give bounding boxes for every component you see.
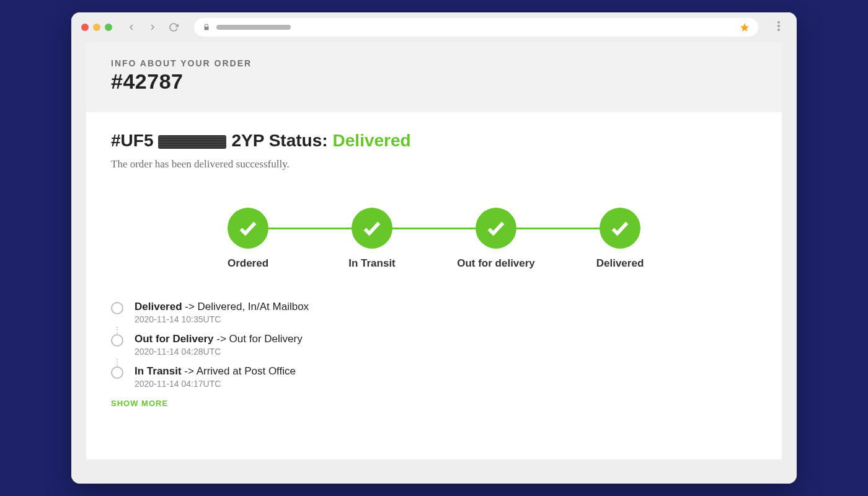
browser-chrome	[71, 12, 797, 42]
bookmark-star-icon[interactable]	[740, 22, 750, 32]
close-window-icon[interactable]	[81, 24, 89, 31]
browser-menu-button[interactable]	[771, 21, 787, 33]
step-ordered: Ordered	[211, 208, 285, 270]
tracking-prefix: #UF5	[111, 131, 153, 151]
step-label: Ordered	[228, 257, 268, 270]
tracking-timeline: Delivered -> Delivered, In/At Mailbox 20…	[111, 301, 757, 389]
step-out-for-delivery: Out for delivery	[459, 208, 533, 270]
url-placeholder	[216, 25, 291, 30]
redacted-tracking-segment	[158, 135, 226, 149]
tracking-suffix: 2YP Status:	[231, 131, 327, 151]
content-card: #UF52YP Status: Delivered The order has …	[86, 112, 782, 459]
svg-point-1	[777, 25, 780, 27]
reload-button[interactable]	[166, 19, 182, 35]
maximize-window-icon[interactable]	[105, 24, 112, 31]
order-header: INFO ABOUT YOUR ORDER #42787	[86, 42, 782, 112]
svg-point-2	[777, 29, 780, 31]
timeline-time: 2020-11-14 04:28UTC	[135, 347, 303, 356]
page-body: INFO ABOUT YOUR ORDER #42787 #UF52YP Sta…	[71, 42, 797, 484]
step-label: In Transit	[348, 257, 396, 270]
check-icon	[228, 208, 268, 249]
timeline-connector: ⋮	[111, 328, 123, 332]
check-icon	[600, 208, 640, 249]
check-icon	[352, 208, 392, 249]
back-button[interactable]	[123, 19, 140, 35]
check-icon	[476, 208, 516, 249]
timeline-item: Out for Delivery -> Out for Delivery 202…	[111, 333, 757, 356]
step-in-transit: In Transit	[335, 208, 409, 270]
timeline-connector: ⋮	[111, 360, 123, 364]
progress-stepper: Ordered In Transit Out for delivery Deli…	[211, 208, 657, 270]
step-label: Delivered	[596, 257, 644, 270]
status-value: Delivered	[333, 131, 411, 151]
timeline-item: In Transit -> Arrived at Post Office 202…	[111, 365, 757, 389]
tracking-status-heading: #UF52YP Status: Delivered	[111, 131, 757, 151]
order-number: #42787	[111, 69, 757, 94]
forward-button[interactable]	[144, 19, 161, 35]
lock-icon	[203, 23, 210, 32]
timeline-bullet-icon	[111, 366, 123, 379]
step-delivered: Delivered	[583, 208, 657, 270]
timeline-bullet-icon	[111, 334, 123, 347]
window-controls	[81, 24, 112, 31]
step-label: Out for delivery	[457, 257, 535, 270]
timeline-time: 2020-11-14 10:35UTC	[135, 314, 309, 324]
timeline-time: 2020-11-14 04:17UTC	[135, 379, 296, 389]
minimize-window-icon[interactable]	[93, 24, 100, 31]
info-label: INFO ABOUT YOUR ORDER	[111, 58, 757, 68]
timeline-title: In Transit -> Arrived at Post Office	[135, 365, 296, 378]
svg-point-0	[777, 21, 780, 24]
show-more-button[interactable]: SHOW MORE	[111, 399, 757, 408]
timeline-title: Out for Delivery -> Out for Delivery	[135, 333, 303, 345]
address-bar[interactable]	[194, 18, 758, 37]
status-description: The order has been delivered successfull…	[111, 158, 757, 170]
browser-window: INFO ABOUT YOUR ORDER #42787 #UF52YP Sta…	[71, 12, 797, 484]
timeline-item: Delivered -> Delivered, In/At Mailbox 20…	[111, 301, 757, 324]
timeline-title: Delivered -> Delivered, In/At Mailbox	[135, 301, 309, 313]
timeline-bullet-icon	[111, 302, 123, 314]
